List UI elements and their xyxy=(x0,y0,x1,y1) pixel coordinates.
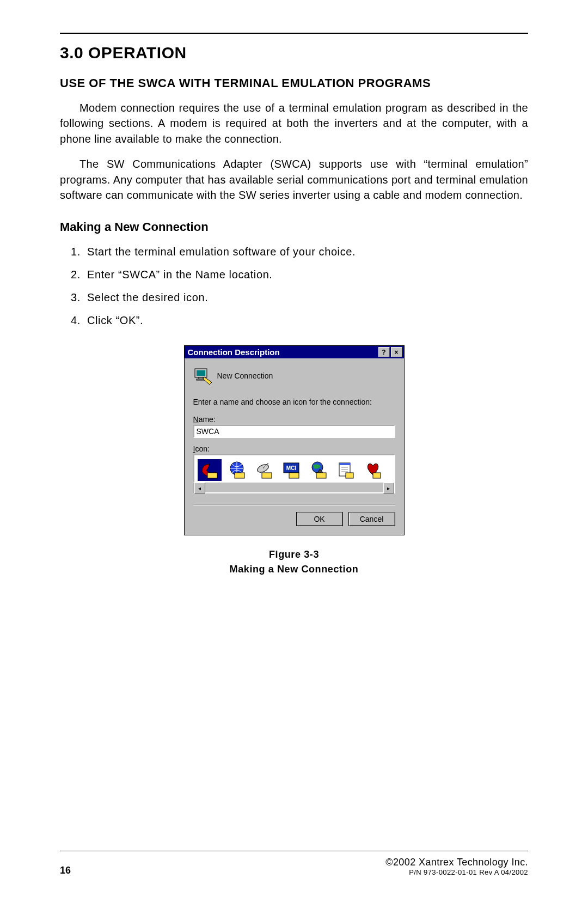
mci-icon[interactable]: MCI xyxy=(279,459,303,481)
connection-description-dialog: Connection Description ? × New Connectio… xyxy=(184,345,405,535)
dialog-divider xyxy=(193,504,395,505)
footer: 16 ©2002 Xantrex Technology Inc. P/N 973… xyxy=(60,851,528,876)
new-connection-icon xyxy=(193,366,213,386)
name-label-access: N xyxy=(193,415,199,424)
steps-list: Start the terminal emulation software of… xyxy=(84,242,528,330)
svg-rect-21 xyxy=(373,473,381,478)
copyright-text: ©2002 Xantrex Technology Inc. xyxy=(385,857,528,868)
svg-text:MCI: MCI xyxy=(286,465,296,471)
heart-phone-icon[interactable] xyxy=(361,459,385,481)
icon-label-text: con: xyxy=(195,444,209,453)
svg-rect-4 xyxy=(207,473,217,478)
satellite-dish-icon[interactable] xyxy=(252,459,276,481)
page-number: 16 xyxy=(60,865,71,876)
figure-title: Making a New Connection xyxy=(230,564,359,575)
svg-rect-16 xyxy=(339,463,350,465)
dialog-body: New Connection Enter a name and choose a… xyxy=(185,358,404,535)
help-button[interactable]: ? xyxy=(378,347,390,357)
subsection-title: Making a New Connection xyxy=(60,220,528,234)
figure-caption: Figure 3-3 Making a New Connection xyxy=(60,547,528,577)
figure-number: Figure 3-3 xyxy=(269,549,319,560)
section-title: USE OF THE SWCA WITH TERMINAL EMULATION … xyxy=(60,76,528,90)
dialog-button-row: OK Cancel xyxy=(193,512,395,526)
dialog-prompt: Enter a name and choose an icon for the … xyxy=(193,398,395,406)
svg-rect-14 xyxy=(316,473,326,478)
step-3: Select the desired icon. xyxy=(84,288,528,307)
ok-button[interactable]: OK xyxy=(296,512,343,526)
cancel-button[interactable]: Cancel xyxy=(348,512,395,526)
globe-phone-icon[interactable] xyxy=(307,459,330,481)
body-paragraph-1: Modem connection requires the use of a t… xyxy=(60,100,528,147)
dialog-title: Connection Description xyxy=(188,347,377,357)
chapter-title: 3.0 OPERATION xyxy=(60,44,528,62)
computer-paper-icon[interactable] xyxy=(334,459,358,481)
new-connection-row: New Connection xyxy=(193,366,395,386)
svg-rect-9 xyxy=(262,473,272,478)
scroll-right-button[interactable]: ▸ xyxy=(383,483,394,493)
dialog-titlebar: Connection Description ? × xyxy=(185,346,404,358)
name-input[interactable] xyxy=(193,425,395,438)
top-rule xyxy=(60,33,528,34)
icon-scrollbar[interactable]: ◂ ▸ xyxy=(193,483,395,493)
name-label: Name: xyxy=(193,415,395,424)
step-1: Start the terminal emulation software of… xyxy=(84,242,528,261)
svg-rect-6 xyxy=(235,473,244,478)
icon-strip[interactable]: MCI xyxy=(193,454,395,483)
svg-rect-20 xyxy=(346,473,353,478)
icon-section: Icon: MCI xyxy=(193,444,395,493)
new-connection-label: New Connection xyxy=(217,371,273,380)
phone-modem-icon[interactable] xyxy=(198,459,222,481)
step-4: Click “OK”. xyxy=(84,310,528,330)
scroll-track[interactable] xyxy=(205,483,383,492)
name-label-text: ame: xyxy=(199,415,216,424)
part-number: P/N 973-0022-01-01 Rev A 04/2002 xyxy=(385,868,528,876)
close-button[interactable]: × xyxy=(391,347,402,357)
scroll-left-button[interactable]: ◂ xyxy=(194,483,205,493)
globe-lines-icon[interactable] xyxy=(225,459,249,481)
icon-label: Icon: xyxy=(193,444,395,453)
svg-rect-12 xyxy=(289,473,299,478)
body-paragraph-2: The SW Communications Adapter (SWCA) sup… xyxy=(60,156,528,203)
step-2: Enter “SWCA” in the Name location. xyxy=(84,265,528,284)
svg-rect-1 xyxy=(197,370,205,376)
